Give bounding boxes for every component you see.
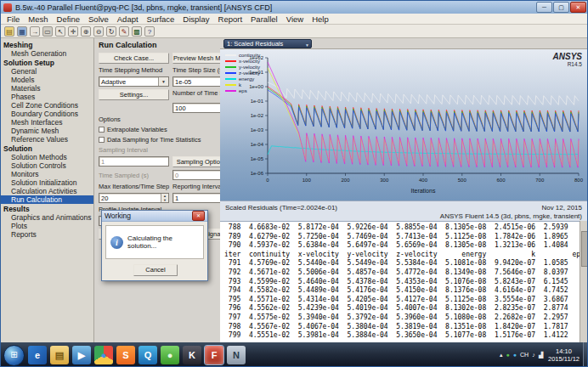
taskbar-clock[interactable]: 14:10 2015/11/12 [545, 347, 583, 363]
svg-text:1e-06: 1e-06 [251, 171, 264, 176]
tree-item-solution-methods[interactable]: Solution Methods [1, 153, 93, 161]
tree-item-run-calculation[interactable]: Run Calculation [1, 195, 93, 204]
pointer-icon[interactable]: ↖ [55, 26, 65, 37]
shield-tray-icon[interactable]: ● [506, 351, 510, 359]
tree-item-cell-zone-conditions[interactable]: Cell Zone Conditions [1, 101, 93, 110]
edit-icon[interactable]: ✎ [119, 26, 129, 37]
tree-item-models[interactable]: Models [1, 76, 93, 84]
pan-icon[interactable]: ✛ [68, 26, 78, 37]
maximize-button[interactable]: ▢ [553, 2, 569, 13]
console-scrollbar[interactable] [580, 221, 587, 342]
help-icon[interactable]: ? [144, 26, 155, 37]
chevron-down-icon[interactable]: ▼ [158, 77, 168, 86]
tree-item-solution-setup[interactable]: Solution Setup [1, 58, 93, 67]
tree-item-calculation-activities[interactable]: Calculation Activities [1, 187, 93, 195]
residuals-canvas[interactable]: 1e+021e+011e+001e-011e-021e-031e-041e-05… [220, 49, 588, 200]
ansys-logo-text: ANSYS [553, 53, 582, 61]
import-icon[interactable]: → [30, 26, 40, 37]
menu-surface[interactable]: Surface [143, 14, 179, 24]
menu-define[interactable]: Define [53, 14, 84, 24]
extrapolate-variables-option[interactable]: Extrapolate Variables [99, 126, 236, 133]
menu-help[interactable]: Help [308, 14, 333, 24]
network-tray-icon[interactable]: ▟ [539, 351, 543, 359]
scrollbar-thumb[interactable] [581, 231, 588, 267]
minimize-button[interactable]: ─ [536, 2, 552, 13]
reporting-interval-value: 1 [175, 195, 178, 202]
data-sampling-option[interactable]: Data Sampling for Time Statistics [99, 136, 236, 144]
sogou-taskbar-icon[interactable]: S [116, 346, 135, 364]
rotate-icon[interactable]: ↻ [106, 26, 116, 37]
ansys-version-text: R14.5 [553, 61, 582, 68]
menu-display[interactable]: Display [178, 14, 213, 24]
grid-icon[interactable]: ▩ [132, 26, 142, 37]
zoom-in-icon[interactable]: ⊕ [81, 26, 91, 37]
tree-item-meshing[interactable]: Meshing [1, 40, 93, 49]
menu-parallel[interactable]: Parallel [246, 14, 282, 24]
tree-item-phases[interactable]: Phases [1, 93, 93, 101]
tree-item-reports[interactable]: Reports [1, 230, 93, 239]
sampling-interval-input[interactable]: 1 [99, 156, 169, 167]
tree-item-results[interactable]: Results [1, 204, 93, 213]
tree-item-dynamic-mesh[interactable]: Dynamic Mesh [1, 127, 93, 135]
system-tray: ▴●●CH♪▟ [500, 351, 545, 359]
lang-indicator[interactable]: CH [520, 351, 529, 359]
close-button[interactable]: ✕ [570, 2, 586, 13]
tree-item-reference-values[interactable]: Reference Values [1, 135, 93, 144]
settings-button[interactable]: Settings... [99, 89, 169, 100]
zoom-out-icon[interactable]: ⊖ [93, 26, 104, 37]
max-iterations-stepper[interactable]: 20 ▲▼ [99, 193, 169, 203]
tree-item-solution-initialization[interactable]: Solution Initialization [1, 178, 93, 187]
extrapolate-variables-checkbox[interactable] [99, 127, 105, 133]
tree-item-solution[interactable]: Solution [1, 144, 93, 153]
dialog-title-bar[interactable]: Working ✕ [102, 211, 207, 222]
start-button[interactable]: ⊞ [3, 345, 25, 366]
clock-time: 14:10 [548, 347, 580, 355]
menu-report[interactable]: Report [214, 14, 247, 24]
menu-adapt[interactable]: Adapt [113, 14, 143, 24]
tree-item-graphics-and-animations[interactable]: Graphics and Animations [1, 213, 93, 222]
ie-taskbar-icon[interactable]: e [28, 346, 47, 364]
spinner-down-icon[interactable]: ▼ [161, 198, 168, 202]
legend-swatch [225, 60, 236, 62]
dialog-close-button[interactable]: ✕ [192, 211, 205, 221]
title-bar: B.5w.-40 Parallel Fluent@pyq-PC [3d, pbn… [1, 1, 588, 14]
legend-swatch [225, 72, 236, 74]
data-sampling-checkbox[interactable] [99, 137, 105, 143]
legend-item-eps: eps [225, 88, 260, 93]
tree-item-monitors[interactable]: Monitors [1, 170, 93, 178]
svg-text:600: 600 [496, 178, 506, 183]
tree-item-mesh-generation[interactable]: Mesh Generation [1, 49, 93, 58]
fluent-taskbar-icon[interactable]: F [205, 346, 223, 364]
menu-file[interactable]: File [3, 14, 24, 24]
show-desktop-button[interactable] [583, 342, 588, 367]
menu-solve[interactable]: Solve [84, 14, 113, 24]
hidden-icons-chevron[interactable]: ▴ [500, 351, 503, 359]
open-icon[interactable]: ▤ [4, 26, 14, 37]
task-panel: Run Calculation Check Case... Preview Me… [95, 38, 220, 342]
kmplayer-taskbar-icon[interactable]: K [183, 346, 201, 364]
tree-item-materials[interactable]: Materials [1, 84, 93, 93]
safety-app-taskbar-icon[interactable]: ● [161, 346, 179, 364]
media-player-taskbar-icon[interactable]: ▶ [72, 346, 91, 364]
print-icon[interactable]: ▭ [42, 26, 53, 37]
notepad-taskbar-icon[interactable]: N [227, 346, 246, 364]
save-icon[interactable]: ▦ [17, 26, 27, 37]
qq-taskbar-icon[interactable]: Q [139, 346, 157, 364]
menu-view[interactable]: View [282, 14, 308, 24]
tree-item-plots[interactable]: Plots [1, 222, 93, 230]
graphics-window-select[interactable]: 1: Scaled Residuals ▼ [223, 39, 312, 48]
chrome-taskbar-icon[interactable]: ● [94, 346, 113, 364]
time-stepping-method-select[interactable]: Adaptive ▼ [99, 76, 169, 87]
check-case-button[interactable]: Check Case... [99, 53, 169, 64]
explorer-taskbar-icon[interactable]: ▤ [50, 346, 69, 364]
ansys-logo: ANSYS R14.5 [553, 53, 582, 68]
cancel-button[interactable]: Cancel [133, 264, 178, 276]
tree-item-mesh-interfaces[interactable]: Mesh Interfaces [1, 118, 93, 127]
menu-mesh[interactable]: Mesh [24, 14, 52, 24]
messenger-tray-icon[interactable]: ● [513, 351, 517, 359]
volume-tray-icon[interactable]: ♪ [532, 351, 535, 359]
tree-item-solution-controls[interactable]: Solution Controls [1, 161, 93, 170]
taskbar-icons: e▤▶●SQ●KFN [28, 346, 500, 364]
tree-item-boundary-conditions[interactable]: Boundary Conditions [1, 110, 93, 118]
tree-item-general[interactable]: General [1, 67, 93, 76]
